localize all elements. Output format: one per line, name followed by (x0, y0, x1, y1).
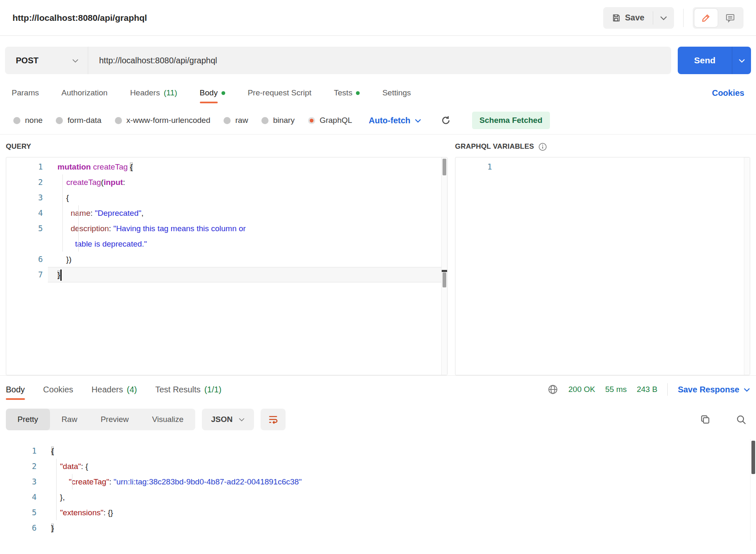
search-icon (736, 414, 747, 425)
chevron-down-icon (744, 387, 750, 392)
line-number (6, 236, 48, 252)
line-number: 1 (455, 159, 497, 175)
view-raw-button[interactable]: Raw (50, 409, 89, 430)
meta-divider (667, 383, 668, 396)
response-tab-headers[interactable]: Headers(4) (92, 376, 137, 403)
query-label: QUERY (6, 140, 448, 154)
indent-guide (62, 175, 63, 252)
tab-authorization[interactable]: Authorization (61, 79, 107, 107)
request-tabs: Params Authorization Headers(11) Body Pr… (0, 79, 756, 107)
line-number: 5 (6, 221, 48, 236)
header-divider (683, 9, 684, 27)
send-button-group: Send (678, 47, 751, 74)
response-tab-body[interactable]: Body (6, 376, 25, 403)
body-type-x-www-form-urlencoded[interactable]: x-www-form-urlencoded (115, 116, 211, 125)
save-dropdown-button[interactable] (653, 7, 674, 29)
code-line: 6 }) (6, 252, 447, 267)
search-response-button[interactable] (732, 410, 750, 429)
response-headers-count: (4) (127, 385, 137, 394)
body-type-raw[interactable]: raw (224, 116, 248, 125)
tab-body[interactable]: Body (200, 79, 225, 107)
text-cursor (60, 270, 62, 281)
code-line: 3 "createTag": "urn:li:tag:38c283bd-9bd0… (0, 474, 756, 489)
tab-settings[interactable]: Settings (382, 79, 411, 107)
test-results-count: (1/1) (204, 385, 221, 394)
variables-editor[interactable]: 1 (455, 157, 750, 375)
comment-button[interactable] (719, 9, 742, 27)
comment-icon (725, 13, 735, 23)
tab-headers[interactable]: Headers(11) (130, 79, 177, 107)
save-button-group: Save (603, 7, 674, 29)
header-actions: Save (603, 7, 744, 29)
indent-guide (72, 474, 72, 489)
send-button[interactable]: Send (678, 47, 732, 74)
response-meta: 200 OK 55 ms 243 B Save Response (547, 383, 750, 396)
response-body-viewer[interactable]: 1{2 "data": {3 "createTag": "urn:li:tag:… (0, 439, 756, 541)
method-select[interactable]: POST (5, 47, 88, 74)
tab-tests[interactable]: Tests (334, 79, 360, 107)
variables-label: GRAPHQL VARIABLES (455, 140, 750, 154)
save-button[interactable]: Save (603, 7, 653, 29)
send-dropdown-button[interactable] (732, 47, 751, 74)
variables-scrollbar[interactable] (744, 157, 750, 375)
code-line: 3 { (6, 190, 447, 205)
response-tab-test-results[interactable]: Test Results(1/1) (155, 376, 221, 403)
response-size[interactable]: 243 B (637, 385, 657, 394)
wrap-lines-button[interactable] (261, 409, 286, 430)
code-line: 6} (0, 520, 756, 536)
indent-guide (56, 459, 57, 520)
pencil-icon (701, 13, 711, 23)
variables-panel: GRAPHQL VARIABLES 1 (455, 140, 750, 375)
response-scrollbar[interactable] (750, 439, 756, 541)
schema-status-badge: Schema Fetched (472, 112, 550, 129)
code-line: 5 description: "Having this tag means th… (6, 221, 447, 236)
response-section: Body Cookies Headers(4) Test Results(1/1… (0, 376, 756, 541)
view-preview-button[interactable]: Preview (89, 409, 141, 430)
code-line: 1{ (0, 443, 756, 459)
edit-button[interactable] (694, 9, 718, 27)
body-type-form-data[interactable]: form-data (56, 116, 101, 125)
format-select[interactable]: JSON (202, 409, 254, 430)
line-number: 3 (0, 474, 42, 489)
cookies-link[interactable]: Cookies (712, 88, 744, 98)
info-icon (538, 142, 547, 151)
response-tabs: Body Cookies Headers(4) Test Results(1/1… (6, 376, 221, 403)
refresh-schema-button[interactable] (440, 115, 451, 126)
view-visualize-button[interactable]: Visualize (140, 409, 195, 430)
network-globe-icon[interactable] (547, 384, 558, 395)
status-code[interactable]: 200 OK (568, 385, 595, 394)
copy-response-button[interactable] (696, 410, 714, 429)
method-label: POST (16, 56, 38, 65)
line-number: 4 (0, 489, 42, 505)
indent-guide (78, 205, 79, 252)
body-type-binary[interactable]: binary (261, 116, 295, 125)
body-type-none[interactable]: none (13, 116, 42, 125)
url-input[interactable] (88, 47, 671, 74)
query-scrollbar[interactable] (441, 157, 447, 375)
chevron-down-icon (415, 118, 421, 123)
body-type-row: none form-data x-www-form-urlencoded raw… (0, 107, 756, 134)
request-title: http://localhost:8080/api/graphql (12, 13, 147, 23)
code-line: 2 createTag(input: (6, 175, 447, 190)
tab-params[interactable]: Params (12, 79, 39, 107)
request-header: http://localhost:8080/api/graphql Save (0, 0, 756, 36)
query-editor[interactable]: 1mutation createTag {2 createTag(input:3… (6, 157, 448, 375)
save-response-dropdown[interactable]: Save Response (678, 385, 750, 394)
body-type-graphql[interactable]: GraphQL (308, 116, 352, 125)
response-tab-cookies[interactable]: Cookies (43, 376, 73, 403)
request-url-row: POST Send (5, 47, 751, 74)
response-time[interactable]: 55 ms (605, 385, 627, 394)
code-line: 5 "extensions": {} (0, 505, 756, 520)
chevron-down-icon (239, 417, 245, 422)
code-line: 7} (6, 267, 447, 282)
save-button-label: Save (625, 13, 644, 22)
save-icon (612, 13, 621, 22)
view-pretty-button[interactable]: Pretty (6, 409, 50, 430)
radio-icon (56, 117, 63, 124)
autofetch-dropdown[interactable]: Auto-fetch (369, 116, 421, 125)
line-number: 3 (6, 190, 48, 205)
tab-pre-request-script[interactable]: Pre-request Script (248, 79, 311, 107)
line-number: 7 (6, 267, 48, 282)
body-content-dot (221, 91, 225, 95)
graphql-editors: QUERY 1mutation createTag {2 createTag(i… (0, 135, 756, 375)
